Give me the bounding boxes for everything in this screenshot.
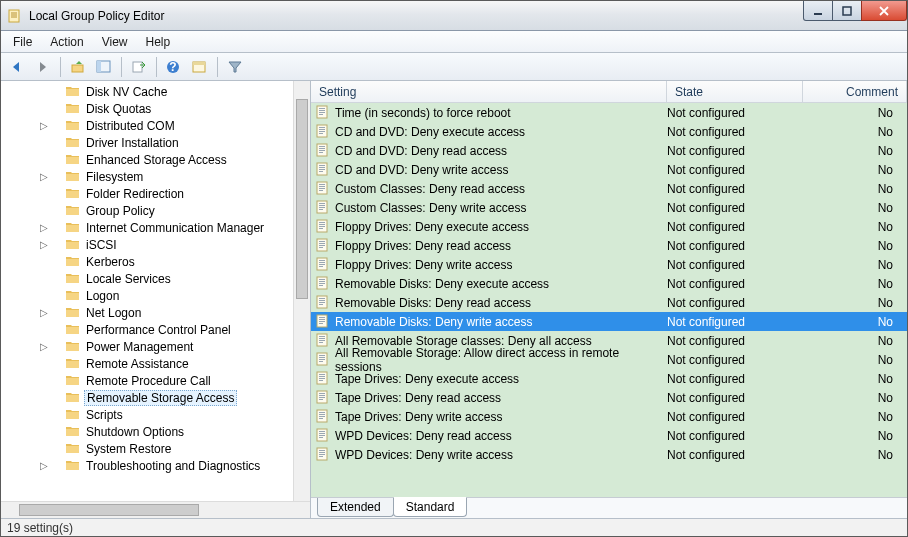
tabs-bar: Extended Standard: [311, 497, 907, 518]
close-button[interactable]: [861, 1, 907, 21]
tab-standard[interactable]: Standard: [393, 497, 468, 517]
setting-state: Not configured: [667, 391, 803, 405]
expand-icon[interactable]: ▷: [37, 120, 51, 131]
column-state[interactable]: State: [667, 81, 803, 102]
list-row[interactable]: Tape Drives: Deny read accessNot configu…: [311, 388, 907, 407]
svg-rect-71: [319, 319, 325, 320]
svg-rect-40: [319, 203, 325, 204]
tree-item[interactable]: Folder Redirection: [1, 185, 293, 202]
tab-extended[interactable]: Extended: [317, 498, 394, 517]
list-row[interactable]: Custom Classes: Deny read accessNot conf…: [311, 179, 907, 198]
svg-rect-100: [319, 431, 325, 432]
export-button[interactable]: [127, 56, 151, 78]
tree-item-label: Remote Procedure Call: [84, 374, 213, 388]
list-row[interactable]: WPD Devices: Deny read accessNot configu…: [311, 426, 907, 445]
list-row[interactable]: All Removable Storage: Allow direct acce…: [311, 350, 907, 369]
minimize-button[interactable]: [803, 1, 833, 21]
tree-item[interactable]: ▷Distributed COM: [1, 117, 293, 134]
tree-item[interactable]: ▷Net Logon: [1, 304, 293, 321]
tree-item[interactable]: Shutdown Options: [1, 423, 293, 440]
svg-rect-5: [843, 7, 851, 15]
tree-item[interactable]: Scripts: [1, 406, 293, 423]
tree-item-label: Internet Communication Manager: [84, 221, 266, 235]
svg-rect-96: [319, 414, 325, 415]
tree-item[interactable]: System Restore: [1, 440, 293, 457]
list-row[interactable]: Tape Drives: Deny write accessNot config…: [311, 407, 907, 426]
tree-item[interactable]: Disk Quotas: [1, 100, 293, 117]
list-row[interactable]: Tape Drives: Deny execute accessNot conf…: [311, 369, 907, 388]
svg-rect-105: [319, 450, 325, 451]
setting-comment: No: [803, 448, 907, 462]
svg-rect-37: [319, 188, 325, 189]
tree-item[interactable]: ▷Power Management: [1, 338, 293, 355]
tree-item[interactable]: Kerberos: [1, 253, 293, 270]
list-header: Setting State Comment: [311, 81, 907, 103]
list-row[interactable]: CD and DVD: Deny read accessNot configur…: [311, 141, 907, 160]
folder-icon: [65, 152, 81, 168]
list-row[interactable]: Custom Classes: Deny write accessNot con…: [311, 198, 907, 217]
tree-item[interactable]: Remote Procedure Call: [1, 372, 293, 389]
column-setting[interactable]: Setting: [311, 81, 667, 102]
list-row[interactable]: Removable Disks: Deny write accessNot co…: [311, 312, 907, 331]
tree-item[interactable]: ▷Internet Communication Manager: [1, 219, 293, 236]
expand-icon[interactable]: ▷: [37, 307, 51, 318]
tree-item-label: Enhanced Storage Access: [84, 153, 229, 167]
toolbar: ?: [1, 53, 907, 81]
svg-rect-43: [319, 209, 323, 210]
tree-item[interactable]: Remote Assistance: [1, 355, 293, 372]
menu-file[interactable]: File: [5, 33, 40, 51]
column-comment[interactable]: Comment: [803, 81, 907, 102]
list-row[interactable]: Time (in seconds) to force rebootNot con…: [311, 103, 907, 122]
policy-icon: [315, 181, 331, 197]
folder-icon: [65, 271, 81, 287]
expand-icon[interactable]: ▷: [37, 239, 51, 250]
policy-icon: [315, 371, 331, 387]
tree-view[interactable]: Disk NV CacheDisk Quotas▷Distributed COM…: [1, 81, 293, 501]
list-row[interactable]: Floppy Drives: Deny read accessNot confi…: [311, 236, 907, 255]
svg-rect-63: [319, 285, 323, 286]
tree-item[interactable]: Performance Control Panel: [1, 321, 293, 338]
up-button[interactable]: [66, 56, 90, 78]
tree-item[interactable]: ▷Troubleshooting and Diagnostics: [1, 457, 293, 474]
setting-name: Removable Disks: Deny read access: [335, 296, 531, 310]
tree-item[interactable]: ▷iSCSI: [1, 236, 293, 253]
tree-item[interactable]: Disk NV Cache: [1, 83, 293, 100]
expand-icon[interactable]: ▷: [37, 341, 51, 352]
list-row[interactable]: CD and DVD: Deny write accessNot configu…: [311, 160, 907, 179]
setting-state: Not configured: [667, 239, 803, 253]
properties-button[interactable]: [188, 56, 212, 78]
help-button[interactable]: ?: [162, 56, 186, 78]
tree-item[interactable]: Locale Services: [1, 270, 293, 287]
menu-help[interactable]: Help: [138, 33, 179, 51]
settings-list[interactable]: Time (in seconds) to force rebootNot con…: [311, 103, 907, 497]
tree-item[interactable]: Group Policy: [1, 202, 293, 219]
show-tree-button[interactable]: [92, 56, 116, 78]
maximize-button[interactable]: [832, 1, 862, 21]
list-row[interactable]: Floppy Drives: Deny execute accessNot co…: [311, 217, 907, 236]
expand-icon[interactable]: ▷: [37, 222, 51, 233]
svg-rect-28: [319, 152, 323, 153]
list-row[interactable]: WPD Devices: Deny write accessNot config…: [311, 445, 907, 464]
tree-item[interactable]: Logon: [1, 287, 293, 304]
setting-state: Not configured: [667, 334, 803, 348]
list-row[interactable]: Floppy Drives: Deny write accessNot conf…: [311, 255, 907, 274]
menu-view[interactable]: View: [94, 33, 136, 51]
expand-icon[interactable]: ▷: [37, 460, 51, 471]
tree-hscrollbar[interactable]: [1, 501, 310, 518]
back-button[interactable]: [5, 56, 29, 78]
forward-button[interactable]: [31, 56, 55, 78]
expand-icon[interactable]: ▷: [37, 171, 51, 182]
list-row[interactable]: Removable Disks: Deny read accessNot con…: [311, 293, 907, 312]
tree-item[interactable]: Enhanced Storage Access: [1, 151, 293, 168]
list-row[interactable]: CD and DVD: Deny execute accessNot confi…: [311, 122, 907, 141]
tree-item[interactable]: ▷Filesystem: [1, 168, 293, 185]
list-row[interactable]: Removable Disks: Deny execute accessNot …: [311, 274, 907, 293]
svg-rect-41: [319, 205, 325, 206]
filter-button[interactable]: [223, 56, 247, 78]
tree-item[interactable]: Driver Installation: [1, 134, 293, 151]
policy-icon: [315, 409, 331, 425]
svg-rect-35: [319, 184, 325, 185]
menu-action[interactable]: Action: [42, 33, 91, 51]
tree-item[interactable]: Removable Storage Access: [1, 389, 293, 406]
tree-vscrollbar[interactable]: [293, 81, 310, 501]
